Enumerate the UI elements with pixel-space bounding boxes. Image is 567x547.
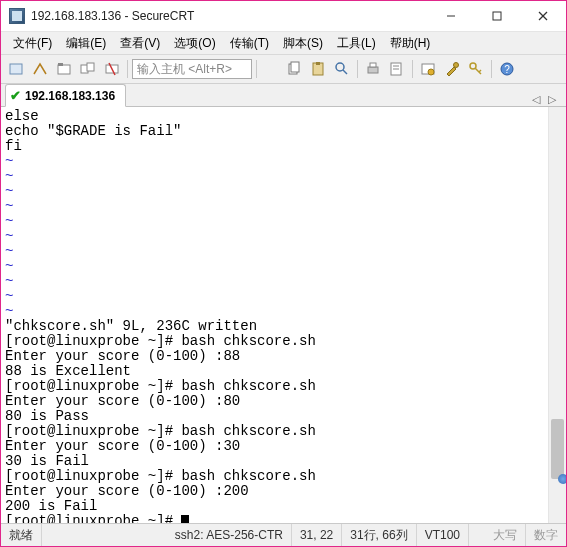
status-num: 数字 (526, 524, 566, 546)
status-bar: 就绪 ssh2: AES-256-CTR 31, 22 31行, 66列 VT1… (1, 523, 566, 546)
maximize-button[interactable] (474, 1, 520, 31)
print-icon[interactable] (362, 58, 384, 80)
key-icon[interactable] (465, 58, 487, 80)
status-ready: 就绪 (1, 524, 42, 546)
svg-line-27 (479, 70, 481, 72)
host-input[interactable]: 输入主机 <Alt+R> (132, 59, 252, 79)
window-title: 192.168.183.136 - SecureCRT (31, 9, 428, 23)
tab-bar: ✔ 192.168.183.136 ◁ ▷ (1, 84, 566, 107)
scrollbar[interactable] (548, 107, 566, 523)
menu-script[interactable]: 脚本(S) (277, 33, 329, 54)
reconnect-icon[interactable] (77, 58, 99, 80)
scrollbar-thumb[interactable] (551, 419, 564, 479)
connected-icon: ✔ (10, 88, 21, 103)
minimize-button[interactable] (428, 1, 474, 31)
svg-rect-8 (87, 63, 94, 71)
svg-rect-12 (291, 62, 299, 72)
status-caps: 大写 (485, 524, 526, 546)
scrollbar-knob[interactable] (558, 474, 566, 484)
disconnect-icon[interactable] (101, 58, 123, 80)
options-icon[interactable] (417, 58, 439, 80)
menu-bar: 文件(F) 编辑(E) 查看(V) 选项(O) 传输(T) 脚本(S) 工具(L… (1, 32, 566, 55)
connect-tab-icon[interactable] (53, 58, 75, 80)
status-emulation: VT100 (417, 524, 469, 546)
svg-line-16 (343, 70, 347, 74)
copy-icon[interactable] (283, 58, 305, 80)
svg-rect-6 (58, 63, 63, 66)
help-icon[interactable]: ? (496, 58, 518, 80)
quick-connect-icon[interactable] (29, 58, 51, 80)
menu-file[interactable]: 文件(F) (7, 33, 58, 54)
menu-view[interactable]: 查看(V) (114, 33, 166, 54)
svg-rect-5 (58, 65, 70, 74)
svg-text:?: ? (504, 64, 510, 75)
svg-point-15 (336, 63, 344, 71)
tools-icon[interactable] (441, 58, 463, 80)
title-bar[interactable]: 192.168.183.136 - SecureCRT (1, 1, 566, 32)
app-window: 192.168.183.136 - SecureCRT 文件(F) 编辑(E) … (0, 0, 567, 547)
terminal-area: else echo "$GRADE is Fail" fi ~ ~ ~ ~ ~ … (1, 107, 566, 523)
tab-scroll-right[interactable]: ▷ (548, 93, 556, 106)
svg-rect-4 (10, 64, 22, 74)
terminal[interactable]: else echo "$GRADE is Fail" fi ~ ~ ~ ~ ~ … (1, 107, 548, 523)
tab-label: 192.168.183.136 (25, 89, 115, 103)
svg-point-23 (428, 69, 434, 75)
properties-icon[interactable] (386, 58, 408, 80)
app-icon (9, 8, 25, 24)
menu-transfer[interactable]: 传输(T) (224, 33, 275, 54)
tab-scroll-left[interactable]: ◁ (532, 93, 540, 106)
menu-edit[interactable]: 编辑(E) (60, 33, 112, 54)
toolbar: 输入主机 <Alt+R> ? (1, 55, 566, 84)
status-cursor: 31, 22 (292, 524, 342, 546)
menu-tools[interactable]: 工具(L) (331, 33, 382, 54)
paste-icon[interactable] (307, 58, 329, 80)
svg-rect-17 (368, 67, 378, 73)
svg-point-24 (454, 63, 459, 68)
status-size: 31行, 66列 (342, 524, 416, 546)
status-cipher: ssh2: AES-256-CTR (167, 524, 292, 546)
svg-rect-1 (493, 12, 501, 20)
svg-rect-18 (370, 63, 376, 67)
close-button[interactable] (520, 1, 566, 31)
find-icon[interactable] (331, 58, 353, 80)
session-manager-icon[interactable] (5, 58, 27, 80)
session-tab[interactable]: ✔ 192.168.183.136 (5, 84, 126, 107)
svg-rect-14 (316, 62, 320, 65)
menu-options[interactable]: 选项(O) (168, 33, 221, 54)
menu-help[interactable]: 帮助(H) (384, 33, 437, 54)
